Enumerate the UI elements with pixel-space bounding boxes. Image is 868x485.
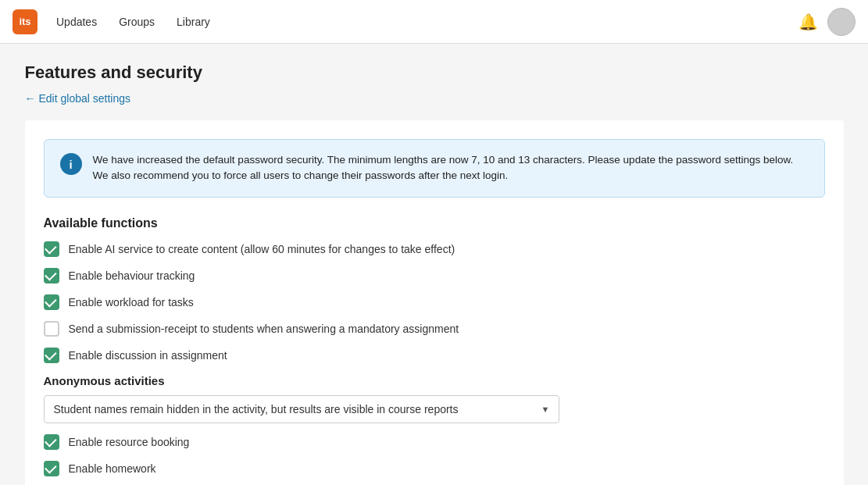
available-functions-title: Available functions: [44, 216, 825, 230]
checkbox-label-homework[interactable]: Enable homework: [69, 462, 156, 475]
available-functions-list: Enable AI service to create content (all…: [44, 241, 825, 363]
checkbox-behaviour-tracking[interactable]: [44, 268, 59, 284]
page-title: Features and security: [25, 62, 844, 83]
checkbox-ai-service[interactable]: [44, 241, 59, 257]
checkbox-label-discussion-assignment[interactable]: Enable discussion in assignment: [69, 349, 227, 362]
checkbox-item-ai-service: Enable AI service to create content (all…: [44, 241, 825, 257]
checkbox-label-ai-service[interactable]: Enable AI service to create content (all…: [69, 243, 455, 255]
checkbox-item-submission-receipt: Send a submission-receipt to students wh…: [44, 321, 825, 337]
info-banner: i We have increased the default password…: [44, 139, 825, 198]
checkbox-submission-receipt[interactable]: [44, 321, 59, 337]
checkbox-label-submission-receipt[interactable]: Send a submission-receipt to students wh…: [69, 323, 459, 335]
checkbox-workload-tasks[interactable]: [44, 294, 59, 310]
nav-library[interactable]: Library: [167, 9, 220, 34]
nav-updates[interactable]: Updates: [47, 9, 106, 34]
checkbox-item-behaviour-tracking: Enable behaviour tracking: [44, 268, 825, 284]
checkbox-label-resource-booking[interactable]: Enable resource booking: [69, 436, 190, 448]
nav-links: Updates Groups Library: [47, 9, 798, 34]
edit-link-label: Edit global settings: [39, 92, 131, 105]
more-items-list: Enable resource bookingEnable homework: [44, 434, 825, 476]
checkbox-item-discussion-assignment: Enable discussion in assignment: [44, 348, 825, 363]
anonymous-activities-dropdown[interactable]: Student names remain hidden in the activ…: [44, 395, 559, 423]
back-arrow-icon: ←: [25, 92, 36, 105]
checkbox-item-workload-tasks: Enable workload for tasks: [44, 294, 825, 310]
checkbox-discussion-assignment[interactable]: [44, 348, 59, 363]
navbar-actions: 🔔: [798, 8, 855, 36]
info-icon: i: [60, 153, 82, 175]
navbar: its Updates Groups Library 🔔: [0, 0, 868, 44]
anonymous-activities-title: Anonymous activities: [44, 374, 825, 387]
checkbox-label-workload-tasks[interactable]: Enable workload for tasks: [69, 296, 194, 308]
notifications-bell-icon[interactable]: 🔔: [798, 12, 818, 31]
app-logo[interactable]: its: [13, 9, 38, 34]
content-card: i We have increased the default password…: [25, 120, 844, 485]
avatar[interactable]: [827, 8, 855, 36]
checkbox-homework[interactable]: [44, 461, 59, 476]
checkbox-resource-booking[interactable]: [44, 434, 59, 450]
anonymous-activities-dropdown-wrap: Student names remain hidden in the activ…: [44, 395, 559, 423]
edit-global-settings-link[interactable]: ← Edit global settings: [25, 92, 131, 105]
main-content: Features and security ← Edit global sett…: [13, 44, 856, 485]
logo-text: its: [19, 16, 30, 27]
nav-groups[interactable]: Groups: [109, 9, 164, 34]
info-banner-text: We have increased the default password s…: [93, 152, 809, 184]
checkbox-item-resource-booking: Enable resource booking: [44, 434, 825, 450]
checkbox-item-homework: Enable homework: [44, 461, 825, 476]
checkbox-label-behaviour-tracking[interactable]: Enable behaviour tracking: [69, 269, 195, 282]
